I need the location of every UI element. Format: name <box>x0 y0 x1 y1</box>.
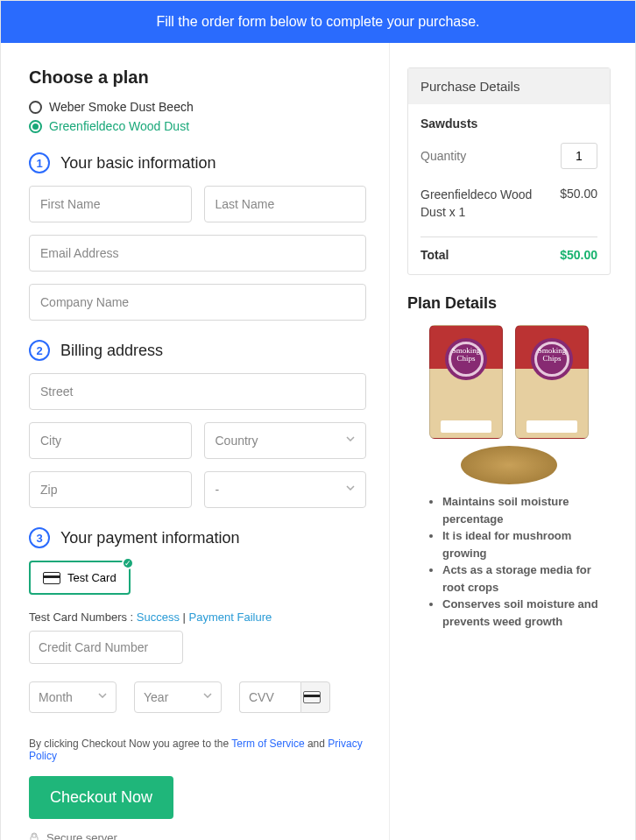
purchase-details-body: Sawdusts Quantity Greenfieldeco Wood Dus… <box>408 104 610 274</box>
quantity-input[interactable] <box>561 143 597 169</box>
select-placeholder: Month <box>39 690 73 704</box>
terms-and: and <box>305 738 329 750</box>
country-select[interactable]: Country <box>204 422 367 459</box>
line-item-name: Greenfieldeco Wood Dust x 1 <box>420 187 543 221</box>
plan-option-label: Greenfieldeco Wood Dust <box>49 119 189 133</box>
sawdust-pile <box>461 446 557 484</box>
step-number: 2 <box>29 340 50 361</box>
quantity-row: Quantity <box>420 143 597 169</box>
secure-server-line: Secure server <box>29 831 366 840</box>
radio-icon <box>29 101 42 114</box>
select-placeholder: Year <box>144 690 168 704</box>
plan-features-list: Maintains soil moisture percentage It is… <box>407 493 611 630</box>
divider <box>420 236 597 237</box>
form-column: Choose a plan Weber Smoke Dust Beech Gre… <box>1 43 390 840</box>
credit-card-number-input[interactable] <box>29 631 183 664</box>
secure-server-label: Secure server <box>46 831 117 840</box>
checkout-page: Fill the order form below to complete yo… <box>0 0 636 840</box>
credit-card-icon <box>43 572 60 584</box>
cvv-card-icon <box>300 681 330 713</box>
purchase-details-card: Purchase Details Sawdusts Quantity Green… <box>407 67 611 275</box>
terms-line: By clicking Checkout Now you agree to th… <box>29 738 366 762</box>
section-title: Your payment information <box>60 529 239 547</box>
terms-prefix: By clicking Checkout Now you agree to th… <box>29 738 231 750</box>
body: Choose a plan Weber Smoke Dust Beech Gre… <box>1 43 635 840</box>
list-item: Acts as a storage media for root crops <box>442 561 611 596</box>
radio-icon <box>29 120 42 133</box>
credit-card-icon <box>303 691 321 703</box>
list-item: It is ideal for mushroom growing <box>442 527 611 561</box>
section-title: Billing address <box>60 342 163 360</box>
total-amount: $50.00 <box>560 248 597 262</box>
first-name-input[interactable] <box>29 186 192 222</box>
city-input[interactable] <box>29 422 192 459</box>
summary-column: Purchase Details Sawdusts Quantity Green… <box>390 43 635 840</box>
check-icon: ✓ <box>122 557 134 569</box>
step-number: 1 <box>29 152 50 173</box>
chevron-down-icon <box>98 693 107 702</box>
section-billing-address: 2 Billing address <box>29 340 366 361</box>
plan-option-weber[interactable]: Weber Smoke Dust Beech <box>29 100 366 114</box>
chevron-down-icon <box>346 436 355 445</box>
hint-sep: | <box>180 611 189 624</box>
bag-flavor-label: APPLE <box>541 425 563 431</box>
email-input[interactable] <box>29 235 366 272</box>
plan-option-greenfieldeco[interactable]: Greenfieldeco Wood Dust <box>29 119 366 133</box>
product-bag-1: Smoking Chips ALDER <box>429 325 503 439</box>
total-row: Total $50.00 <box>420 248 597 262</box>
choose-plan-heading: Choose a plan <box>29 67 366 88</box>
checkout-button[interactable]: Checkout Now <box>29 776 173 819</box>
list-item: Conserves soil moisture and prevents wee… <box>442 596 611 630</box>
test-success-link[interactable]: Success <box>137 611 180 624</box>
terms-of-service-link[interactable]: Term of Service <box>231 738 304 750</box>
plan-option-label: Weber Smoke Dust Beech <box>49 100 194 114</box>
company-input[interactable] <box>29 284 366 321</box>
select-placeholder: - <box>216 483 220 497</box>
purchase-details-header: Purchase Details <box>408 68 610 104</box>
payment-method-label: Test Card <box>67 571 117 584</box>
step-number: 3 <box>29 527 50 548</box>
quantity-label: Quantity <box>420 149 466 163</box>
line-item-price: $50.00 <box>560 187 597 221</box>
section-payment-info: 3 Your payment information <box>29 527 366 548</box>
last-name-input[interactable] <box>204 186 367 222</box>
total-label: Total <box>420 248 449 262</box>
bag-brand-label: Smoking Chips <box>534 347 569 363</box>
product-bag-2: Smoking Chips APPLE <box>515 325 589 439</box>
product-image: Smoking Chips ALDER Smoking Chips APPLE <box>426 325 592 483</box>
list-item: Maintains soil moisture percentage <box>442 493 611 527</box>
banner: Fill the order form below to complete yo… <box>1 1 635 43</box>
section-title: Your basic information <box>60 154 216 173</box>
payment-method-test-card[interactable]: ✓ Test Card <box>29 561 131 595</box>
test-failure-link[interactable]: Payment Failure <box>189 611 272 624</box>
section-basic-info: 1 Your basic information <box>29 152 366 173</box>
test-card-hint: Test Card Numbers : Success | Payment Fa… <box>29 611 366 624</box>
hint-prefix: Test Card Numbers : <box>29 611 137 624</box>
bag-brand-label: Smoking Chips <box>449 347 484 363</box>
plan-details-heading: Plan Details <box>407 294 611 313</box>
product-title: Sawdusts <box>420 116 597 131</box>
street-input[interactable] <box>29 373 366 410</box>
chevron-down-icon <box>346 485 355 494</box>
state-select[interactable]: - <box>204 471 367 508</box>
exp-month-select[interactable]: Month <box>29 681 117 713</box>
chevron-down-icon <box>203 693 212 702</box>
line-item: Greenfieldeco Wood Dust x 1 $50.00 <box>420 181 597 226</box>
cvv-group <box>239 681 330 713</box>
zip-input[interactable] <box>29 471 192 508</box>
select-placeholder: Country <box>216 434 258 448</box>
lock-icon <box>29 832 39 841</box>
bag-flavor-label: ALDER <box>455 425 478 431</box>
cvv-input[interactable] <box>239 681 300 713</box>
exp-year-select[interactable]: Year <box>134 681 222 713</box>
